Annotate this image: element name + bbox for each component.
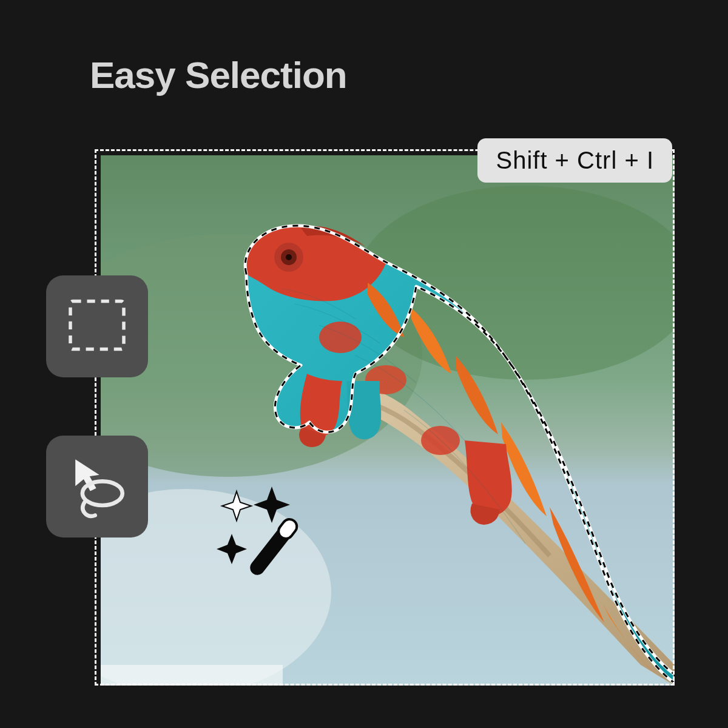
marquee-selection-icon — [64, 292, 130, 361]
canvas-area[interactable] — [95, 149, 675, 686]
magic-wand-icon — [206, 473, 328, 595]
svg-point-12 — [83, 481, 123, 505]
lasso-tool-button[interactable] — [46, 436, 148, 538]
keyboard-shortcut-badge: Shift + Ctrl + I — [477, 138, 672, 183]
svg-point-8 — [319, 322, 362, 353]
lasso-selection-icon — [64, 452, 130, 521]
svg-point-7 — [286, 254, 292, 260]
page-title: Easy Selection — [90, 53, 347, 96]
subject-photo — [101, 155, 675, 686]
svg-rect-4 — [101, 665, 283, 686]
marquee-tool-button[interactable] — [46, 275, 148, 377]
svg-rect-11 — [70, 301, 124, 349]
